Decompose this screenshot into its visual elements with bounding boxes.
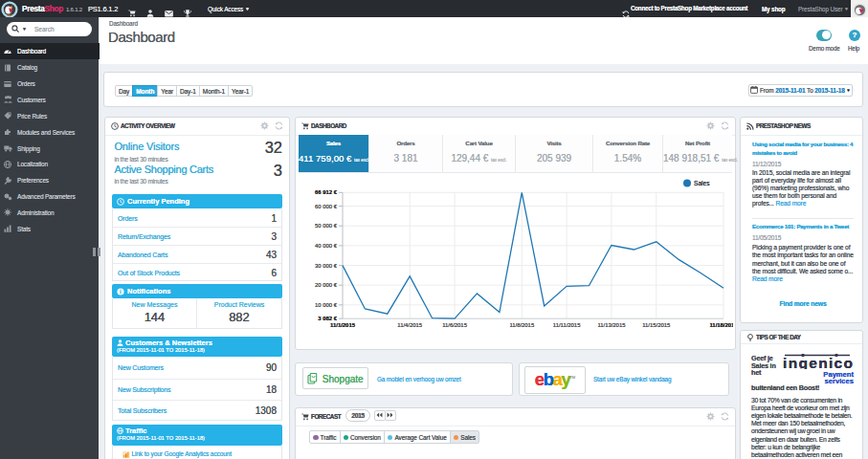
svg-text:Sales: Sales [694, 180, 710, 186]
svg-text:ingenico: ingenico [783, 354, 853, 369]
svg-text:11/13/2015: 11/13/2015 [597, 322, 626, 328]
svg-text:20 000 €: 20 000 € [315, 282, 338, 288]
svg-text:50 000 €: 50 000 € [315, 223, 338, 229]
svg-text:11/4/2015: 11/4/2015 [397, 322, 422, 328]
svg-text:11/18/2015: 11/18/2015 [709, 322, 733, 328]
svg-text:60 000 €: 60 000 € [315, 204, 338, 209]
svg-text:11/11/2015: 11/11/2015 [553, 322, 581, 328]
svg-text:11/6/2015: 11/6/2015 [442, 322, 467, 328]
svg-text:10 000 €: 10 000 € [315, 302, 338, 308]
svg-text:11/8/2015: 11/8/2015 [509, 322, 534, 328]
svg-text:66 912 €: 66 912 € [315, 189, 338, 195]
svg-text:11/15/2015: 11/15/2015 [642, 322, 671, 328]
svg-text:11/1/2015: 11/1/2015 [330, 322, 356, 328]
svg-text:40 000 €: 40 000 € [315, 243, 338, 249]
svg-text:30 000 €: 30 000 € [315, 263, 338, 269]
svg-text:3 082 €: 3 082 € [318, 316, 337, 321]
